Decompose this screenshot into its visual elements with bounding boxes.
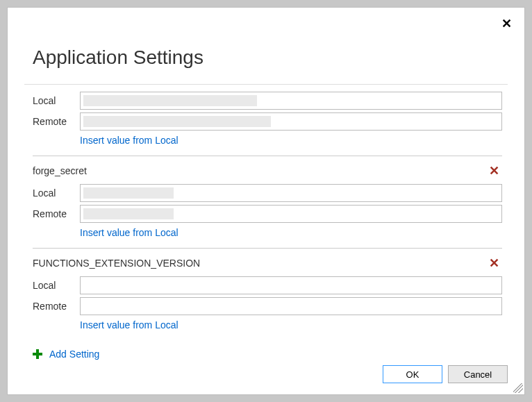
settings-scroll-area[interactable]: Local Remote Insert value from Local for…	[24, 84, 508, 340]
button-row: OK Cancel	[24, 365, 508, 383]
local-label: Local	[33, 187, 80, 199]
local-row: Local	[33, 276, 502, 294]
local-label: Local	[33, 280, 80, 291]
ok-button[interactable]: OK	[383, 365, 442, 383]
setting-name: forge_secret	[33, 165, 87, 176]
application-settings-dialog: ✕ Application Settings Local Remote Inse…	[7, 7, 525, 395]
remote-row: Remote	[33, 205, 502, 223]
redacted-value	[83, 208, 174, 219]
add-setting-label: Add Setting	[49, 349, 99, 360]
local-row: Local	[33, 184, 502, 202]
remote-input[interactable]	[80, 205, 502, 223]
cancel-button[interactable]: Cancel	[448, 365, 508, 383]
local-input[interactable]	[80, 276, 502, 294]
setting-group: Local Remote Insert value from Local	[33, 84, 502, 156]
delete-setting-button[interactable]: ✕	[486, 162, 502, 180]
insert-from-local-link[interactable]: Insert value from Local	[80, 135, 502, 146]
insert-from-local-link[interactable]: Insert value from Local	[80, 319, 502, 330]
insert-from-local-link[interactable]: Insert value from Local	[80, 227, 502, 238]
local-input[interactable]	[80, 184, 502, 202]
remote-row: Remote	[33, 112, 502, 131]
resize-grip[interactable]	[513, 383, 523, 393]
dialog-title: Application Settings	[33, 47, 508, 69]
remote-input[interactable]	[80, 112, 502, 131]
local-row: Local	[33, 92, 502, 110]
add-setting-row[interactable]: Add Setting	[33, 349, 508, 360]
setting-header: forge_secret ✕	[33, 162, 502, 180]
close-button[interactable]: ✕	[499, 15, 515, 33]
dialog-footer: Add Setting OK Cancel	[24, 340, 508, 383]
redacted-value	[83, 187, 174, 199]
local-label: Local	[33, 95, 80, 106]
setting-header: FUNCTIONS_EXTENSION_VERSION ✕	[33, 254, 502, 272]
remote-label: Remote	[33, 301, 80, 312]
redacted-value	[83, 116, 271, 127]
remote-label: Remote	[33, 208, 80, 219]
plus-icon	[33, 349, 42, 359]
remote-input[interactable]	[80, 297, 502, 315]
setting-group: FUNCTIONS_EXTENSION_VERSION ✕ Local Remo…	[33, 248, 502, 340]
delete-setting-button[interactable]: ✕	[486, 254, 502, 272]
setting-name: FUNCTIONS_EXTENSION_VERSION	[33, 258, 200, 269]
redacted-value	[83, 95, 257, 106]
remote-label: Remote	[33, 116, 80, 127]
remote-row: Remote	[33, 297, 502, 315]
setting-group: forge_secret ✕ Local Remote Insert value…	[33, 156, 502, 248]
local-input[interactable]	[80, 92, 502, 110]
